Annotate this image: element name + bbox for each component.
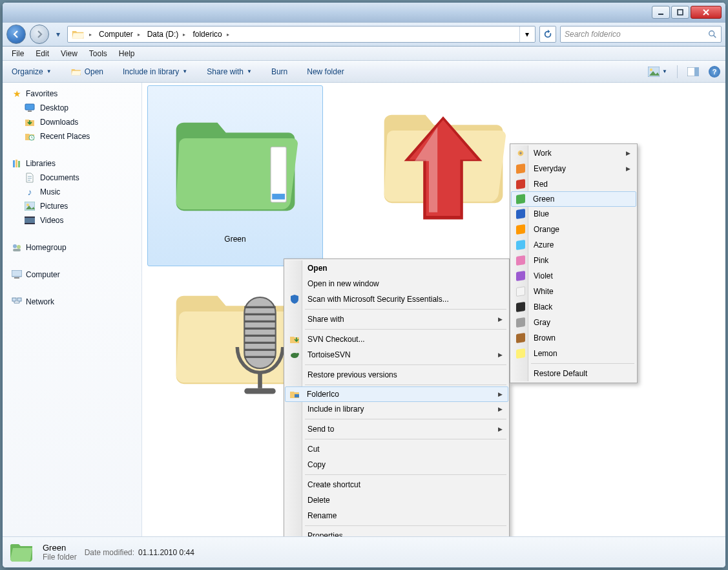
preview-pane-button[interactable] — [683, 65, 703, 79]
burn-button[interactable]: Burn — [267, 65, 291, 79]
sub-color-pink[interactable]: Pink — [512, 253, 636, 268]
sidebar-desktop[interactable]: Desktop — [3, 101, 141, 115]
ctx-include-library[interactable]: Include in library▶ — [286, 401, 508, 417]
sidebar-pictures[interactable]: Pictures — [3, 199, 141, 213]
breadcrumb-folder[interactable]: folderico — [192, 30, 222, 39]
item-upload[interactable] — [355, 85, 531, 266]
sub-work[interactable]: Work▶ — [512, 145, 636, 161]
sidebar-network[interactable]: Network — [3, 295, 141, 309]
ctx-svn-checkout[interactable]: SVN Checkout... — [286, 332, 508, 347]
sub-color-label: Red — [534, 180, 548, 189]
sub-color-lemon[interactable]: Lemon — [512, 346, 636, 361]
folder-orange-icon — [515, 224, 526, 235]
sidebar-music[interactable]: ♪Music — [3, 185, 141, 199]
organize-button[interactable]: Organize▼ — [8, 65, 56, 79]
svg-rect-6 — [694, 67, 699, 76]
tortoise-icon — [289, 350, 300, 360]
sub-color-orange[interactable]: Orange — [512, 222, 636, 237]
sidebar-homegroup[interactable]: Homegroup — [3, 240, 141, 255]
sidebar-favorites-head[interactable]: ★Favorites — [3, 87, 141, 101]
svg-rect-37 — [244, 388, 275, 394]
breadcrumb-computer[interactable]: Computer — [99, 30, 133, 39]
sub-color-white[interactable]: White — [512, 284, 636, 299]
sub-color-label: Azure — [534, 240, 554, 249]
open-button[interactable]: Open — [67, 65, 107, 79]
sub-color-blue[interactable]: Blue — [512, 206, 636, 222]
svg-rect-12 — [18, 161, 20, 167]
ctx-send-to[interactable]: Send to▶ — [286, 421, 508, 437]
svg-point-44 — [519, 152, 522, 154]
forward-button[interactable] — [30, 25, 49, 44]
sub-color-red[interactable]: Red — [512, 176, 636, 192]
search-input[interactable]: Search folderico — [560, 26, 722, 43]
ctx-scan-mse[interactable]: Scan with Microsoft Security Essentials.… — [286, 291, 508, 307]
sub-color-label: Brown — [534, 333, 556, 343]
include-in-library-button[interactable]: Include in library▼ — [119, 65, 191, 79]
new-folder-button[interactable]: New folder — [303, 65, 348, 79]
sidebar-videos[interactable]: Videos — [3, 213, 141, 227]
sub-color-violet[interactable]: Violet — [512, 268, 636, 284]
status-bar: Green File folder Date modified: 01.11.2… — [3, 536, 725, 567]
navigation-pane: ★Favorites Desktop Downloads Recent Plac… — [3, 83, 142, 536]
sidebar-computer[interactable]: Computer — [3, 268, 141, 282]
homegroup-icon — [12, 242, 22, 253]
refresh-button[interactable] — [539, 26, 556, 43]
sub-color-brown[interactable]: Brown — [512, 330, 636, 346]
svg-rect-21 — [12, 270, 22, 277]
sub-color-azure[interactable]: Azure — [512, 237, 636, 253]
folder-open-icon — [71, 67, 81, 76]
folder-azure-icon — [515, 240, 526, 250]
sub-everyday[interactable]: Everyday▶ — [512, 161, 636, 176]
close-button[interactable] — [691, 6, 722, 19]
back-button[interactable] — [6, 25, 26, 44]
svg-point-2 — [709, 31, 714, 36]
menu-help[interactable]: Help — [114, 48, 140, 59]
ctx-delete[interactable]: Delete — [286, 492, 508, 508]
folder-upload-icon — [369, 88, 517, 230]
ctx-copy[interactable]: Copy — [286, 457, 508, 472]
explorer-window: ▾ ▸ Computer▸ Data (D:)▸ folderico▸ ▾ Se… — [2, 2, 726, 568]
svg-rect-24 — [17, 298, 21, 301]
ctx-restore-versions[interactable]: Restore previous versions — [286, 367, 508, 383]
gear-icon — [515, 148, 526, 158]
sub-color-black[interactable]: Black — [512, 299, 636, 315]
folder-white-icon — [515, 286, 526, 297]
ctx-open-new-window[interactable]: Open in new window — [286, 276, 508, 291]
ctx-create-shortcut[interactable]: Create shortcut — [286, 477, 508, 492]
ctx-folderico[interactable]: FolderIco▶ — [285, 386, 508, 402]
sub-color-gray[interactable]: Gray — [512, 315, 636, 330]
ctx-cut[interactable]: Cut — [286, 441, 508, 457]
sidebar-documents[interactable]: Documents — [3, 171, 141, 185]
sub-restore-default[interactable]: Restore Default — [512, 366, 636, 381]
ctx-open[interactable]: Open — [286, 260, 508, 276]
breadcrumb[interactable]: ▸ Computer▸ Data (D:)▸ folderico▸ ▾ — [67, 26, 536, 43]
sidebar-downloads[interactable]: Downloads — [3, 115, 141, 129]
menu-tools[interactable]: Tools — [84, 48, 112, 59]
breadcrumb-dropdown[interactable]: ▾ — [519, 26, 534, 42]
status-mod-label: Date modified: — [85, 548, 134, 557]
ctx-share-with[interactable]: Share with▶ — [286, 311, 508, 327]
maximize-button[interactable] — [671, 6, 689, 19]
share-with-button[interactable]: Share with▼ — [203, 65, 256, 79]
picture-icon — [648, 67, 660, 77]
svg-rect-7 — [25, 104, 34, 110]
item-green[interactable]: Green — [147, 85, 323, 266]
view-mode-button[interactable]: ▼ — [643, 64, 672, 79]
history-dropdown[interactable]: ▾ — [53, 25, 63, 43]
minimize-button[interactable] — [652, 6, 670, 19]
sidebar-recent[interactable]: Recent Places — [3, 129, 141, 143]
breadcrumb-drive[interactable]: Data (D:) — [147, 30, 179, 39]
help-button[interactable]: ? — [709, 66, 720, 78]
sub-color-label: Violet — [534, 271, 553, 280]
menu-view[interactable]: View — [56, 48, 83, 59]
ctx-rename[interactable]: Rename — [286, 508, 508, 523]
menu-edit[interactable]: Edit — [30, 48, 54, 59]
menu-file[interactable]: File — [6, 48, 29, 59]
sub-color-green[interactable]: Green — [511, 191, 636, 207]
ctx-tortoisesvn[interactable]: TortoiseSVN▶ — [286, 347, 508, 363]
sidebar-libraries-head[interactable]: Libraries — [3, 156, 141, 171]
svg-rect-42 — [295, 394, 299, 397]
folder-orange-icon — [515, 164, 526, 174]
computer-icon — [12, 269, 22, 280]
svg-point-41 — [296, 353, 299, 355]
